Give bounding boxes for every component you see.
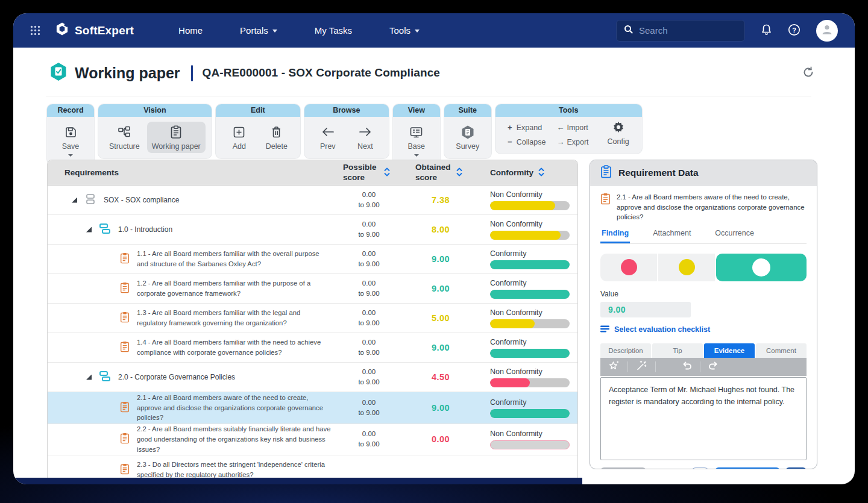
help-button[interactable]: ? [788, 23, 800, 38]
chevron-down-icon [272, 30, 277, 33]
import-button[interactable]: ←Import [556, 123, 588, 132]
conformity-cell: Non Conformity [476, 367, 577, 387]
magic-wand-button[interactable] [636, 360, 647, 373]
add-button[interactable]: Add [222, 122, 257, 153]
ribbon-group-vision: Vision Structure Working paper [98, 104, 212, 158]
conformity-cell: Non Conformity [476, 308, 577, 328]
tab-finding[interactable]: Finding [600, 229, 630, 243]
requirement-label: 2.2 - Are all Board members suitably fin… [137, 424, 331, 455]
tree-expand-caret[interactable] [86, 375, 92, 380]
evaluation-segmented-control [600, 254, 807, 281]
export-button[interactable]: →Export [556, 137, 588, 146]
requirement-cell: 1.0 - Introduction [48, 223, 331, 236]
sort-icon[interactable] [456, 167, 462, 178]
conformity-status: Non Conformity [490, 190, 577, 199]
clipboard-blue-icon [600, 165, 612, 181]
tab-evidence[interactable]: Evidence [704, 343, 755, 358]
red-dot-icon [621, 259, 637, 275]
option-nonconform-red[interactable] [600, 254, 657, 281]
ai-star-button[interactable] [608, 360, 620, 373]
table-row[interactable]: SOX - SOX compliance 0.00to 9.00 7.38 No… [48, 186, 577, 215]
value-input[interactable] [600, 302, 691, 317]
table-row[interactable]: 1.2 - Are all Board members familiar wit… [48, 274, 577, 304]
requirements-table: Requirements Possible score Obtained sco… [47, 160, 578, 484]
requirement-label: 2.3 - Do all Directors meet the stringen… [137, 460, 331, 480]
confirm-button[interactable]: Confirm [715, 467, 780, 469]
tab-attachment[interactable]: Attachment [652, 229, 692, 243]
search-input[interactable] [639, 25, 729, 36]
arrow-left-icon: ← [556, 123, 564, 132]
requirement-cell: 2.0 - Corporate Governance Policies [48, 370, 331, 384]
working-paper-hexagon-icon [49, 62, 68, 84]
table-row[interactable]: 2.1 - Are all Board members aware of the… [48, 392, 577, 424]
tab-occurrence[interactable]: Occurrence [714, 229, 755, 243]
option-partial-yellow[interactable] [658, 254, 715, 281]
tab-comment[interactable]: Comment [756, 343, 807, 358]
redo-button[interactable] [708, 361, 719, 372]
notifications-button[interactable] [761, 23, 772, 38]
ribbon-group-browse: Browse Prev Next [304, 104, 389, 158]
tab-tip[interactable]: Tip [652, 343, 703, 358]
delete-button[interactable]: Delete [259, 122, 294, 153]
table-row[interactable]: 2.0 - Corporate Governance Policies 0.00… [48, 363, 577, 392]
previous-requirement-button[interactable] [691, 467, 709, 469]
conformity-cell: Conformity [476, 338, 577, 358]
conformity-cell: Conformity [476, 398, 577, 418]
next-button[interactable]: Next [348, 122, 383, 153]
obtained-score: 0.00 [402, 434, 476, 444]
collapse-button[interactable]: −Collapse [506, 137, 546, 146]
conformity-bar [490, 409, 570, 418]
menu-my-tasks[interactable]: My Tasks [315, 25, 352, 36]
select-evaluation-checklist-link[interactable]: Select evaluation checklist [600, 325, 710, 334]
svg-text:?: ? [792, 26, 796, 33]
possible-score: 0.00to 9.00 [331, 367, 402, 388]
brand[interactable]: SoftExpert [55, 22, 134, 39]
chevron-down-icon [68, 154, 73, 157]
next-requirement-button[interactable] [785, 467, 807, 469]
expand-button[interactable]: +Expand [506, 123, 546, 132]
structure-button[interactable]: Structure [104, 122, 145, 153]
undo-button[interactable] [682, 361, 692, 372]
column-possible-score[interactable]: Possible score [331, 163, 402, 182]
menu-portals[interactable]: Portals [240, 25, 277, 36]
table-row[interactable]: 1.1 - Are all Board members familiar wit… [48, 245, 577, 274]
conformity-bar [490, 378, 570, 387]
table-row[interactable]: 1.4 - Are all Board members familiar wit… [48, 333, 577, 363]
search-box[interactable] [616, 20, 745, 42]
ribbon-group-record: Record Save [47, 104, 94, 164]
menu-tools[interactable]: Tools [389, 25, 420, 36]
config-button[interactable]: Config [601, 117, 636, 148]
possible-score: 0.00to 9.00 [331, 278, 402, 299]
panel-body: 2.1 - Are all Board members aware of the… [590, 186, 817, 469]
app-grid-icon[interactable] [30, 25, 40, 36]
table-row[interactable]: 1.0 - Introduction 0.00to 9.00 8.00 Non … [48, 215, 577, 245]
table-row[interactable]: 2.2 - Are all Board members suitably fin… [48, 424, 577, 455]
save-button[interactable]: Save [53, 122, 88, 159]
option-conform-teal[interactable] [716, 254, 807, 281]
column-conformity[interactable]: Conformity [476, 167, 577, 178]
menu-home[interactable]: Home [178, 25, 203, 36]
navbar-right: ? [616, 20, 838, 42]
requirement-label: 1.2 - Are all Board members familiar wit… [137, 278, 331, 299]
tree-expand-caret[interactable] [72, 198, 77, 203]
cancel-button[interactable]: Cancel [600, 467, 646, 469]
prev-button[interactable]: Prev [310, 122, 345, 153]
requirement-label: 2.0 - Corporate Governance Policies [118, 373, 235, 381]
conformity-bar [490, 440, 570, 449]
refresh-button[interactable] [802, 66, 815, 81]
sort-icon[interactable] [384, 167, 390, 178]
table-row[interactable]: 1.3 - Are all Board members familiar wit… [48, 304, 577, 333]
group-stack-icon [84, 193, 96, 207]
tab-description[interactable]: Description [600, 343, 651, 358]
evidence-textarea[interactable]: Acceptance Term of Mr. Michael Hughes no… [600, 377, 807, 460]
requirement-cell: 1.3 - Are all Board members familiar wit… [48, 308, 331, 328]
panel-header: Requirement Data [590, 160, 817, 186]
tree-expand-caret[interactable] [86, 227, 92, 233]
column-obtained-score[interactable]: Obtained score [402, 163, 476, 182]
working-paper-button[interactable]: Working paper [147, 122, 206, 153]
survey-button[interactable]: Survey [450, 122, 485, 153]
base-button[interactable]: Base [399, 122, 434, 159]
obtained-score: 9.00 [402, 284, 476, 293]
sort-icon[interactable] [538, 167, 544, 178]
user-avatar[interactable] [816, 20, 838, 42]
